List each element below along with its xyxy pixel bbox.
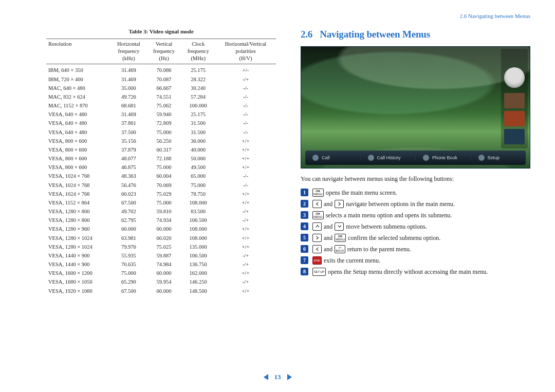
left-arrow-button-icon xyxy=(312,245,322,253)
table-row: VESA, 1280 × 80049.70259.81083.500-/+ xyxy=(46,208,276,216)
table-row: VESA, 1024 × 76860.02375.02978.750+/+ xyxy=(46,190,276,198)
table-row: VESA, 800 × 60046.87575.00049.500+/+ xyxy=(46,163,276,172)
phone-icon xyxy=(312,155,319,161)
left-arrow-button-icon xyxy=(312,200,322,208)
step-body: and ↩BACK return to the parent menu. xyxy=(312,245,411,254)
step-number-badge: 2 xyxy=(301,200,308,208)
right-arrow-button-icon xyxy=(312,234,322,242)
gear-icon xyxy=(478,155,485,161)
step-item: 3OKMENU selects a main menu option and o… xyxy=(301,211,530,220)
step-body: OKMENU selects a main menu option and op… xyxy=(312,211,452,220)
table-row: VESA, 1440 × 90070.63574.984136.750-/+ xyxy=(46,260,276,269)
step-body: OKMENU opens the main menu screen. xyxy=(312,188,397,197)
step-item: 5 and OKMENU confirm the selected submen… xyxy=(301,233,530,242)
step-text: opens the Setup menu directly without ac… xyxy=(328,267,488,276)
table-row: VESA, 1024 × 76856.47670.06975.000-/- xyxy=(46,181,276,190)
step-item: 2 and navigate between options in the ma… xyxy=(301,199,530,209)
menu-setup: Setup xyxy=(471,155,526,161)
table-row: VESA, 1024 × 76848.36360.00465.000-/- xyxy=(46,172,276,181)
step-text: navigate between options in the main men… xyxy=(346,199,455,209)
step-item: 4 and move between submenu options. xyxy=(301,222,530,231)
clock-widget-icon xyxy=(504,67,525,88)
section-heading: 2.6Navigating between Menus xyxy=(301,28,530,41)
table-row: VESA, 1600 × 120075.00060.000162.000+/+ xyxy=(46,269,276,278)
col-clock: Clock frequency (MHz) xyxy=(181,39,215,64)
table-row: VESA, 640 × 48037.86172.80931.500-/- xyxy=(46,119,276,128)
table-row: VESA, 1680 × 105065.29059.954146.250-/+ xyxy=(46,278,276,287)
step-number-badge: 8 xyxy=(301,268,308,275)
down-arrow-button-icon xyxy=(335,222,344,231)
table-caption: Table 3: Video signal mode xyxy=(46,28,276,35)
step-item: 8SET UP opens the Setup menu directly wi… xyxy=(301,267,530,276)
col-vfreq: Vertical frequency (Hz) xyxy=(147,39,181,64)
table-row: VESA, 1280 × 96060.00060.000108.000+/+ xyxy=(46,225,276,234)
book-icon xyxy=(423,155,429,161)
menu-call-history: Call History xyxy=(361,155,416,161)
table-row: VESA, 640 × 48037.50075.00031.500-/- xyxy=(46,128,276,137)
table-row: VESA, 1920 × 108067.50060.000148.500+/+ xyxy=(46,287,276,295)
menu-screenshot: Call Call History Phone Book Setup xyxy=(301,46,530,169)
step-number-badge: 4 xyxy=(301,222,308,230)
table-row: VESA, 1440 × 90055.93559.887106.500-/+ xyxy=(46,251,276,260)
page-navigation: 13 xyxy=(0,372,555,382)
step-text: confirm the selected submenu option. xyxy=(348,233,440,242)
step-body: SET UP opens the Setup menu directly wit… xyxy=(312,267,488,276)
page-number: 13 xyxy=(274,372,281,382)
table-row: VESA, 800 × 60037.87960.31740.000+/+ xyxy=(46,145,276,154)
col-hfreq: Horizontal frequency (kHz) xyxy=(110,39,147,64)
intro-text: You can navigate between menus using the… xyxy=(301,175,530,183)
table-row: MAC, 832 × 62449.72674.55157.284-/- xyxy=(46,92,276,101)
step-number-badge: 6 xyxy=(301,245,308,253)
step-text: opens the main menu screen. xyxy=(326,188,397,197)
step-text: selects a main menu option and opens its… xyxy=(326,211,452,220)
step-number-badge: 5 xyxy=(301,234,308,241)
step-item: 1OKMENU opens the main menu screen. xyxy=(301,188,530,197)
step-body: and OKMENU confirm the selected submenu … xyxy=(312,233,440,242)
running-header-left xyxy=(46,12,276,20)
ok-menu-button-icon: OKMENU xyxy=(335,234,346,242)
table-row: VESA, 1280 × 80062.79574.934106.500-/+ xyxy=(46,216,276,225)
step-text: move between submenu options. xyxy=(346,222,427,231)
next-page-icon[interactable] xyxy=(287,374,292,380)
step-body: and move between submenu options. xyxy=(312,222,427,231)
step-text: return to the parent menu. xyxy=(347,245,411,254)
step-body: END exits the current menu. xyxy=(312,256,380,265)
right-arrow-button-icon xyxy=(335,200,344,208)
table-row: VESA, 1152 × 86467.50075.000108.000+/+ xyxy=(46,198,276,207)
step-number-badge: 3 xyxy=(301,211,308,219)
step-item: 7END exits the current menu. xyxy=(301,256,530,265)
table-row: VESA, 800 × 60035.15656.25036.000+/+ xyxy=(46,137,276,145)
step-number-badge: 7 xyxy=(301,256,308,264)
col-polarity: Horizontal/Vertical polarities (H/V) xyxy=(215,39,276,64)
back-button-icon: ↩BACK xyxy=(335,245,345,253)
prev-page-icon[interactable] xyxy=(264,374,268,380)
ok-menu-button-icon: OKMENU xyxy=(312,189,324,197)
table-row: VESA, 1280 × 102463.98160.020108.000+/+ xyxy=(46,234,276,242)
table-row: VESA, 800 × 60048.07772.18850.000+/+ xyxy=(46,155,276,163)
step-item: 6 and ↩BACK return to the parent menu. xyxy=(301,245,530,254)
setup-button-icon: SET UP xyxy=(312,268,326,276)
steps-list: 1OKMENU opens the main menu screen.2 and… xyxy=(301,188,530,276)
osd-menubar: Call Call History Phone Book Setup xyxy=(305,151,526,165)
table-row: VESA, 640 × 48031.46959.94025.175-/- xyxy=(46,110,276,119)
col-resolution: Resolution xyxy=(46,39,110,64)
step-body: and navigate between options in the main… xyxy=(312,199,455,209)
step-number-badge: 1 xyxy=(301,189,308,196)
ok-menu-button-icon: OKMENU xyxy=(312,211,324,219)
end-button-icon: END xyxy=(312,256,322,265)
table-row: MAC, 1152 × 87068.68175.062100.000-/- xyxy=(46,102,276,110)
menu-phone-book: Phone Book xyxy=(416,155,471,161)
up-arrow-button-icon xyxy=(312,222,322,231)
table-row: IBM, 720 × 40031.46970.08728.322-/+ xyxy=(46,75,276,84)
step-text: exits the current menu. xyxy=(324,256,380,265)
history-icon xyxy=(368,155,374,161)
menu-call: Call xyxy=(305,155,361,161)
table-row: VESA, 1280 × 102479.97675.025135.000+/+ xyxy=(46,242,276,251)
table-row: MAC, 640 × 48035.00066.66730.240-/- xyxy=(46,84,276,92)
running-header-right: 2.6 Navigating between Menus xyxy=(301,12,530,20)
table-row: IBM, 640 × 35031.46970.08625.175+/- xyxy=(46,64,276,75)
video-signal-table: Resolution Horizontal frequency (kHz) Ve… xyxy=(46,39,276,295)
